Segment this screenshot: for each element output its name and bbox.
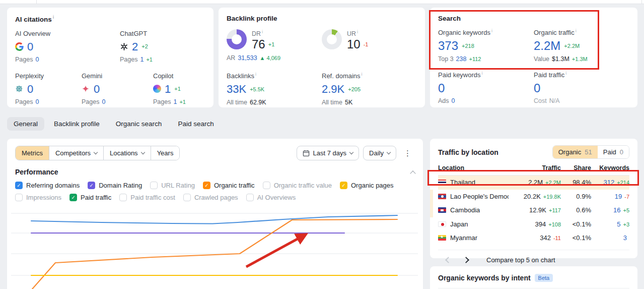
table-row-myanmar[interactable]: Myanmar 342-11 <0.1% 3: [438, 231, 629, 245]
annotation-arrow: [246, 235, 305, 267]
cambodia-flag: [438, 207, 446, 213]
metric-label: AI Overview: [15, 30, 120, 37]
info-icon[interactable]: [482, 71, 483, 76]
granularity-dropdown[interactable]: Daily: [363, 146, 396, 160]
backlinks-value[interactable]: 33K: [227, 83, 246, 95]
gemini-metric: Gemini 0 Pages0: [82, 72, 153, 105]
metric-label: Copilot: [153, 72, 186, 80]
locations-table: Location Traffic Share Keywords Thailand…: [438, 164, 629, 245]
keywords-link[interactable]: 312: [604, 179, 615, 186]
metrics-button[interactable]: Metrics: [16, 146, 49, 160]
date-range-dropdown[interactable]: Last 7 days: [297, 146, 360, 160]
checkbox-organic-traffic-value[interactable]: Organic traffic value: [263, 182, 332, 189]
table-row-laos[interactable]: Lao People's Democratic Reput 20.2K+19.8…: [438, 190, 629, 204]
performance-chart[interactable]: [11, 200, 420, 289]
organic-traffic-block: Organic traffic 2.2M+2.2M Value$1.3M+1.3…: [534, 28, 629, 63]
performance-card: Metrics Competitors Locations Years Last…: [7, 139, 423, 289]
years-button[interactable]: Years: [151, 146, 180, 160]
backlink-profile-title: Backlink profile: [227, 15, 417, 22]
ahrefs-rank-line: AR 31,533 ▲ 4,069: [227, 54, 322, 62]
info-icon[interactable]: [53, 15, 54, 20]
info-icon[interactable]: [357, 29, 358, 34]
ref-domains-block: Ref. domains 2.9K+205 All time5K: [322, 72, 417, 105]
locations-table-header: Location Traffic Share Keywords: [438, 164, 629, 176]
competitors-dropdown[interactable]: Competitors: [49, 146, 103, 160]
paid-traffic-value: 0: [534, 82, 540, 94]
more-options-kebab-icon[interactable]: ⋮: [400, 149, 415, 158]
info-icon[interactable]: [362, 72, 363, 77]
compare-top5-label[interactable]: Compare top 5 on chart: [486, 256, 555, 264]
toggle-paid[interactable]: Paid0: [598, 146, 629, 158]
prev-page-chevron-icon[interactable]: [445, 257, 452, 263]
paid-traffic-label: Paid traffic: [534, 71, 629, 79]
ar-value[interactable]: 31,533: [238, 54, 257, 62]
checkbox-referring-domains[interactable]: ✓Referring domains: [15, 182, 80, 189]
next-page-chevron-icon[interactable]: [463, 257, 469, 263]
keywords-link[interactable]: 5: [617, 220, 620, 228]
checkbox-domain-rating[interactable]: ✓Domain Rating: [88, 182, 142, 189]
metric-delta: +2: [141, 43, 148, 49]
performance-title: Performance: [15, 168, 58, 176]
paid-keywords-label: Paid keywords: [438, 71, 534, 79]
table-row-thailand[interactable]: Thailand 2.2M+2.2M 98.4% 312+214: [438, 176, 629, 190]
pages-value[interactable]: 0: [102, 98, 105, 105]
tab-paid-search[interactable]: Paid search: [171, 117, 220, 131]
organic-paid-toggle: Organic51 Paid0: [552, 145, 629, 159]
ai-citations-title: AI citations: [15, 15, 205, 23]
chevron-down-icon: [94, 150, 98, 154]
tab-organic-search[interactable]: Organic search: [109, 117, 169, 131]
keywords-link[interactable]: 16: [613, 206, 620, 214]
tab-backlink-profile[interactable]: Backlink profile: [47, 117, 106, 131]
dr-donut: [227, 29, 247, 49]
ref-domains-value[interactable]: 2.9K: [322, 83, 344, 95]
pages-value[interactable]: 1: [173, 98, 177, 105]
pages-value[interactable]: 1: [140, 56, 144, 63]
metric-value: 0: [94, 83, 100, 95]
share-bar: [430, 190, 433, 204]
keywords-by-intent-card: Organic keywords by intent Beta: [430, 266, 637, 289]
paid-keywords-block: Paid keywords 0 Ads0: [438, 71, 534, 105]
organic-keywords-value[interactable]: 373: [438, 39, 458, 52]
checkbox-url-rating[interactable]: URL Rating: [150, 182, 195, 189]
pages-value[interactable]: 0: [35, 56, 39, 63]
backlink-profile-card: Backlink profile DR 76+1 AR 31,533 ▲ 4,0…: [219, 8, 425, 107]
header-divider: [641, 0, 642, 4]
beta-badge: Beta: [535, 274, 553, 282]
top3-value[interactable]: 238: [456, 55, 467, 63]
table-row-cambodia[interactable]: Cambodia 12.9K+117 0.6% 16+5: [438, 203, 629, 217]
dr-label: DR: [252, 30, 263, 37]
info-icon[interactable]: [262, 29, 263, 34]
organic-traffic-label: Organic traffic: [534, 28, 629, 36]
checkbox-organic-pages[interactable]: ✓Organic pages: [340, 182, 394, 189]
checkbox-organic-traffic[interactable]: ✓Organic traffic: [203, 182, 255, 189]
search-card: Search Organic keywords 373+218 Top 3238…: [430, 8, 637, 107]
series-organic-traffic: [32, 219, 397, 289]
chevron-down-icon: [349, 150, 353, 154]
ref-domains-label: Ref. domains: [322, 72, 417, 80]
ur-label: UR: [347, 30, 358, 37]
metric-label: Gemini: [82, 72, 153, 80]
organic-traffic-value[interactable]: 2.2M: [534, 39, 560, 52]
info-icon[interactable]: [491, 28, 492, 33]
ads-value[interactable]: 0: [452, 97, 455, 104]
toggle-organic[interactable]: Organic51: [553, 146, 598, 158]
keywords-link[interactable]: 3: [623, 234, 627, 242]
info-icon[interactable]: [576, 28, 577, 33]
paid-keywords-value: 0: [438, 82, 445, 94]
gemini-icon: [82, 85, 90, 93]
metric-value: 1: [165, 83, 171, 95]
info-icon[interactable]: [255, 72, 256, 77]
metric-label: ChatGPT: [120, 30, 153, 37]
pages-value[interactable]: 0: [35, 98, 39, 105]
table-row-japan[interactable]: Japan 394+108 <0.1% 5+3: [438, 217, 629, 232]
locations-dropdown[interactable]: Locations: [103, 146, 151, 160]
info-icon[interactable]: [565, 71, 566, 76]
perplexity-icon: [15, 85, 24, 93]
keywords-link[interactable]: 19: [615, 193, 622, 200]
header-divider: [36, 0, 37, 4]
collapse-chevron-up-icon[interactable]: [410, 170, 415, 176]
metric-value: 0: [27, 83, 33, 95]
chevron-down-icon: [387, 150, 391, 154]
ai-citations-card: AI citations AI Overview 0 Pages0 ChatGP…: [7, 8, 213, 107]
tab-general[interactable]: General: [7, 117, 44, 131]
